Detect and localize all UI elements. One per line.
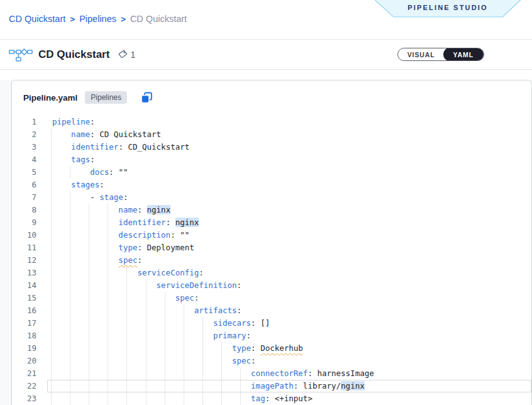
code-line[interactable]: 19 type: Dockerhub — [12, 342, 531, 355]
yaml-editor-card: Pipeline.yaml Pipelines 1pipeline:2 name… — [11, 80, 532, 405]
breadcrumb-project-link[interactable]: CD Quickstart — [9, 14, 65, 24]
indent-guide — [165, 367, 165, 380]
line-number: 23 — [12, 392, 36, 405]
indent-guide — [108, 267, 108, 279]
code-line[interactable]: 10 description: "" — [12, 229, 531, 241]
page-content: Pipeline.yaml Pipelines 1pipeline:2 name… — [0, 80, 532, 405]
indent-guide — [51, 330, 52, 342]
line-number: 17 — [12, 317, 36, 330]
indent-guide — [202, 330, 203, 342]
indent-guide — [89, 380, 89, 392]
indent-guide — [51, 304, 52, 317]
breadcrumb-pipelines-link[interactable]: Pipelines — [79, 14, 116, 24]
indent-guide — [70, 317, 70, 330]
line-number: 18 — [12, 330, 36, 342]
code-line[interactable]: 9 identifier: nginx — [12, 216, 531, 229]
pipeline-title-row: CD Quickstart 1 VISUAL YAML — [0, 40, 532, 70]
indent-guide — [51, 317, 52, 330]
code-line[interactable]: 6 stages: — [12, 179, 531, 191]
indent-guide — [184, 367, 184, 380]
indent-guide — [108, 367, 108, 380]
indent-guide — [202, 380, 203, 392]
indent-guide — [89, 330, 89, 342]
line-number: 13 — [12, 267, 36, 279]
code-line-text: connectorRef: harnessImage — [52, 367, 374, 380]
indent-guide — [89, 392, 89, 405]
indent-guide — [146, 367, 147, 380]
code-line[interactable]: 13 serviceConfig: — [12, 267, 531, 279]
indent-guide — [108, 241, 108, 254]
indent-guide — [108, 204, 108, 216]
indent-guide — [89, 267, 89, 279]
indent-guide — [126, 304, 127, 317]
code-line[interactable]: 16 artifacts: — [12, 304, 531, 317]
indent-guide — [89, 216, 89, 229]
code-line-text: spec: — [52, 292, 199, 304]
indent-guide — [202, 367, 203, 380]
indent-guide — [70, 292, 70, 304]
code-line[interactable]: 14 serviceDefinition: — [12, 279, 531, 292]
indent-guide — [108, 392, 108, 405]
indent-guide — [51, 141, 52, 153]
line-number: 12 — [12, 254, 36, 267]
indent-guide — [89, 292, 89, 304]
toggle-visual-option[interactable]: VISUAL — [398, 51, 443, 58]
code-line[interactable]: 17 sidecars: [] — [12, 317, 531, 330]
indent-guide — [146, 380, 147, 392]
indent-guide — [184, 380, 184, 392]
indent-guide — [126, 392, 127, 405]
indent-guide — [126, 380, 127, 392]
indent-guide — [126, 267, 127, 279]
indent-guide — [202, 355, 203, 367]
indent-guide — [51, 267, 52, 279]
code-line[interactable]: 2 name: CD Quickstart — [12, 128, 531, 141]
line-number: 2 — [12, 128, 36, 141]
code-line[interactable]: 5 docs: "" — [12, 166, 531, 179]
indent-guide — [89, 367, 89, 380]
line-number: 10 — [12, 229, 36, 241]
visual-yaml-toggle[interactable]: VISUAL YAML — [397, 48, 484, 61]
code-line[interactable]: 12 spec: — [12, 254, 531, 267]
code-line-text: identifier: nginx — [52, 216, 199, 229]
breadcrumb-current-page: CD Quickstart — [130, 14, 187, 24]
indent-guide — [70, 380, 70, 392]
indent-guide — [108, 304, 108, 317]
indent-guide — [126, 367, 127, 380]
code-line-text: spec: — [52, 254, 142, 267]
indent-guide — [89, 342, 89, 355]
code-line-current[interactable]: 22 imagePath: library/nginx — [12, 380, 531, 392]
code-line[interactable]: 4 tags: — [12, 153, 531, 166]
copy-icon[interactable] — [141, 92, 153, 104]
code-line[interactable]: 8 name: nginx — [12, 204, 531, 216]
code-line-text: primary: — [52, 330, 251, 342]
tags-indicator[interactable]: 1 — [118, 49, 135, 60]
code-line[interactable]: 11 type: Deployment — [12, 241, 531, 254]
indent-guide — [126, 330, 127, 342]
indent-guide — [221, 342, 222, 355]
code-line-text: serviceConfig: — [52, 267, 204, 279]
entity-type-badge: Pipelines — [85, 91, 127, 104]
code-line[interactable]: 7 - stage: — [12, 191, 531, 204]
line-number: 16 — [12, 304, 36, 317]
indent-guide — [70, 254, 70, 267]
indent-guide — [70, 229, 70, 241]
indent-guide — [165, 330, 165, 342]
code-line[interactable]: 23 tag: <+input> — [12, 392, 531, 405]
code-line[interactable]: 3 identifier: CD_Quickstart — [12, 141, 531, 153]
code-line[interactable]: 21 connectorRef: harnessImage — [12, 367, 531, 380]
indent-guide — [51, 204, 52, 216]
indent-guide — [70, 241, 70, 254]
code-line-text: pipeline: — [52, 116, 95, 128]
code-line[interactable]: 20 spec: — [12, 355, 531, 367]
indent-guide — [51, 380, 52, 392]
code-line-text: spec: — [52, 355, 256, 367]
code-area[interactable]: 1pipeline:2 name: CD Quickstart3 identif… — [12, 109, 531, 405]
indent-guide — [51, 128, 52, 141]
line-number: 19 — [12, 342, 36, 355]
code-line[interactable]: 18 primary: — [12, 330, 531, 342]
toggle-yaml-option[interactable]: YAML — [443, 48, 484, 61]
code-line[interactable]: 1pipeline: — [12, 116, 531, 128]
code-line[interactable]: 15 spec: — [12, 292, 531, 304]
code-line-text: sidecars: [] — [52, 317, 270, 330]
indent-guide — [51, 166, 52, 179]
